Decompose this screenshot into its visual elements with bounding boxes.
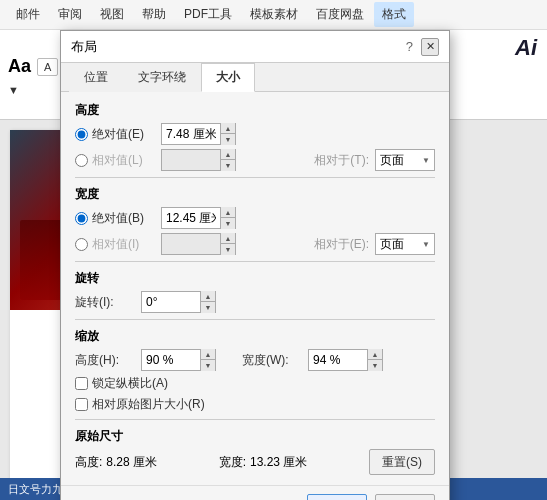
- rotate-down-btn[interactable]: ▼: [201, 302, 215, 313]
- rotate-field-label: 旋转(I):: [75, 294, 135, 311]
- divider-1: [75, 177, 435, 178]
- height-absolute-radio[interactable]: [75, 128, 88, 141]
- height-absolute-text: 绝对值(E): [92, 126, 144, 143]
- width-relative-input[interactable]: [162, 234, 220, 254]
- cancel-button[interactable]: 取消: [375, 494, 435, 500]
- scale-height-label: 高度(H):: [75, 352, 135, 369]
- height-relative-to-label: 相对于(T):: [314, 152, 369, 169]
- menu-view[interactable]: 视图: [92, 2, 132, 27]
- width-absolute-spinner: ▲ ▼: [220, 207, 235, 229]
- original-width-value: 13.23 厘米: [250, 454, 307, 471]
- scale-height-spinner: ▲ ▼: [200, 349, 215, 371]
- help-icon[interactable]: ?: [406, 39, 413, 54]
- scale-width-down-btn[interactable]: ▼: [368, 360, 382, 371]
- height-up-btn[interactable]: ▲: [221, 123, 235, 134]
- scale-width-input-group: ▲ ▼: [308, 349, 383, 371]
- menu-help[interactable]: 帮助: [134, 2, 174, 27]
- scale-height-input-group: ▲ ▼: [141, 349, 216, 371]
- relative-original-checkbox[interactable]: [75, 398, 88, 411]
- height-absolute-spinner: ▲ ▼: [220, 123, 235, 145]
- relative-original-label[interactable]: 相对原始图片大小(R): [75, 396, 205, 413]
- lock-ratio-checkbox[interactable]: [75, 377, 88, 390]
- dialog-title: 布局: [71, 38, 97, 56]
- width-relative-label[interactable]: 相对值(I): [75, 236, 155, 253]
- width-down-btn[interactable]: ▼: [221, 218, 235, 229]
- dialog-footer: 确定 取消: [61, 485, 449, 500]
- width-absolute-input-group: ▲ ▼: [161, 207, 236, 229]
- original-size-label: 原始尺寸: [75, 428, 435, 445]
- height-relative-radio[interactable]: [75, 154, 88, 167]
- scale-height-down-btn[interactable]: ▼: [201, 360, 215, 371]
- lock-ratio-label[interactable]: 锁定纵横比(A): [75, 375, 168, 392]
- font-aa-label: Aa: [8, 56, 31, 77]
- height-rel-up-btn[interactable]: ▲: [221, 149, 235, 160]
- width-relative-spinner: ▲ ▼: [220, 233, 235, 255]
- height-absolute-input[interactable]: [162, 124, 220, 144]
- height-rel-down-btn[interactable]: ▼: [221, 160, 235, 171]
- height-relative-spinner: ▲ ▼: [220, 149, 235, 171]
- rotate-row: 旋转(I): ▲ ▼: [75, 291, 435, 313]
- width-relative-to-select[interactable]: 页面 ▼: [375, 233, 435, 255]
- reset-button[interactable]: 重置(S): [369, 449, 435, 475]
- rotate-up-btn[interactable]: ▲: [201, 291, 215, 302]
- width-section-label: 宽度: [75, 186, 435, 203]
- lock-ratio-text: 锁定纵横比(A): [92, 375, 168, 392]
- divider-3: [75, 319, 435, 320]
- lock-ratio-row: 锁定纵横比(A): [75, 375, 435, 392]
- original-height-label: 高度:: [75, 454, 102, 471]
- tab-size[interactable]: 大小: [201, 63, 255, 92]
- rotate-section-label: 旋转: [75, 270, 435, 287]
- menu-baidu[interactable]: 百度网盘: [308, 2, 372, 27]
- ai-label: Ai: [515, 35, 537, 61]
- height-relative-to-select[interactable]: 页面 ▼: [375, 149, 435, 171]
- width-rel-down-btn[interactable]: ▼: [221, 244, 235, 255]
- scale-width-spinner: ▲ ▼: [367, 349, 382, 371]
- close-button[interactable]: ✕: [421, 38, 439, 56]
- original-height-value: 8.28 厘米: [106, 454, 157, 471]
- scale-width-input[interactable]: [309, 350, 367, 370]
- height-relative-row: 相对值(L) ▲ ▼ 相对于(T): 页面 ▼: [75, 149, 435, 171]
- ribbon-format-btn[interactable]: A: [37, 58, 58, 76]
- width-relative-radio[interactable]: [75, 238, 88, 251]
- chevron-down-icon: ▼: [422, 156, 430, 165]
- width-up-btn[interactable]: ▲: [221, 207, 235, 218]
- scale-width-up-btn[interactable]: ▲: [368, 349, 382, 360]
- rotate-input[interactable]: [142, 292, 200, 312]
- scale-row: 高度(H): ▲ ▼ 宽度(W): ▲ ▼: [75, 349, 435, 371]
- scale-section-label: 缩放: [75, 328, 435, 345]
- width-absolute-row: 绝对值(B) ▲ ▼: [75, 207, 435, 229]
- divider-2: [75, 261, 435, 262]
- relative-original-row: 相对原始图片大小(R): [75, 396, 435, 413]
- height-down-btn[interactable]: ▼: [221, 134, 235, 145]
- chevron-down-icon-2: ▼: [422, 240, 430, 249]
- menu-pdf[interactable]: PDF工具: [176, 2, 240, 27]
- dialog-tabs: 位置 文字环绕 大小: [61, 63, 449, 92]
- tab-text-wrap[interactable]: 文字环绕: [123, 63, 201, 92]
- dialog-titlebar: 布局 ? ✕: [61, 31, 449, 63]
- width-relative-to-label: 相对于(E):: [314, 236, 369, 253]
- dialog-controls: ? ✕: [406, 38, 439, 56]
- scale-height-input[interactable]: [142, 350, 200, 370]
- menu-review[interactable]: 审阅: [50, 2, 90, 27]
- width-relative-row: 相对值(I) ▲ ▼ 相对于(E): 页面 ▼: [75, 233, 435, 255]
- tab-position[interactable]: 位置: [69, 63, 123, 92]
- width-rel-up-btn[interactable]: ▲: [221, 233, 235, 244]
- menu-template[interactable]: 模板素材: [242, 2, 306, 27]
- divider-4: [75, 419, 435, 420]
- height-relative-input[interactable]: [162, 150, 220, 170]
- scale-width-label: 宽度(W):: [242, 352, 302, 369]
- menu-format[interactable]: 格式: [374, 2, 414, 27]
- confirm-button[interactable]: 确定: [307, 494, 367, 500]
- height-absolute-label[interactable]: 绝对值(E): [75, 126, 155, 143]
- width-absolute-input[interactable]: [162, 208, 220, 228]
- height-absolute-input-group: ▲ ▼: [161, 123, 236, 145]
- width-absolute-label[interactable]: 绝对值(B): [75, 210, 155, 227]
- height-relative-text: 相对值(L): [92, 152, 143, 169]
- layout-dialog: 布局 ? ✕ 位置 文字环绕 大小 高度 绝对值(E) ▲ ▼: [60, 30, 450, 500]
- scale-height-up-btn[interactable]: ▲: [201, 349, 215, 360]
- width-absolute-radio[interactable]: [75, 212, 88, 225]
- menu-mail[interactable]: 邮件: [8, 2, 48, 27]
- height-relative-to-value: 页面: [380, 152, 404, 169]
- height-relative-label[interactable]: 相对值(L): [75, 152, 155, 169]
- relative-original-text: 相对原始图片大小(R): [92, 396, 205, 413]
